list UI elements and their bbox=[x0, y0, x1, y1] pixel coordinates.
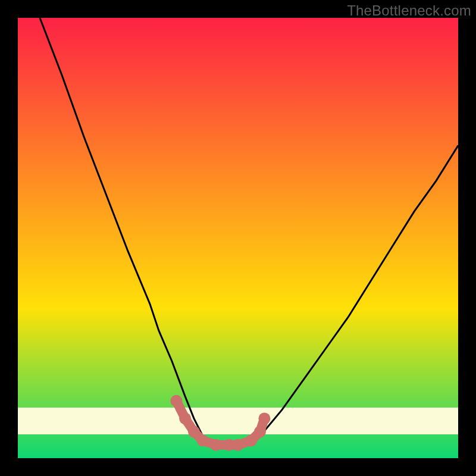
bottom-band bbox=[18, 408, 458, 434]
marker-dot bbox=[188, 426, 200, 438]
marker-dot bbox=[245, 434, 257, 446]
marker-dot bbox=[197, 434, 209, 446]
marker-dot bbox=[254, 426, 266, 438]
chart-svg bbox=[18, 18, 458, 458]
chart-frame: TheBottleneck.com bbox=[0, 0, 476, 476]
marker-dot bbox=[210, 439, 222, 451]
gradient-bg bbox=[18, 18, 458, 458]
marker-dot bbox=[232, 439, 244, 451]
watermark-text: TheBottleneck.com bbox=[347, 2, 471, 19]
marker-dot bbox=[179, 412, 191, 424]
marker-dot bbox=[170, 395, 182, 407]
plot-area bbox=[18, 18, 458, 458]
marker-dot bbox=[258, 412, 270, 424]
